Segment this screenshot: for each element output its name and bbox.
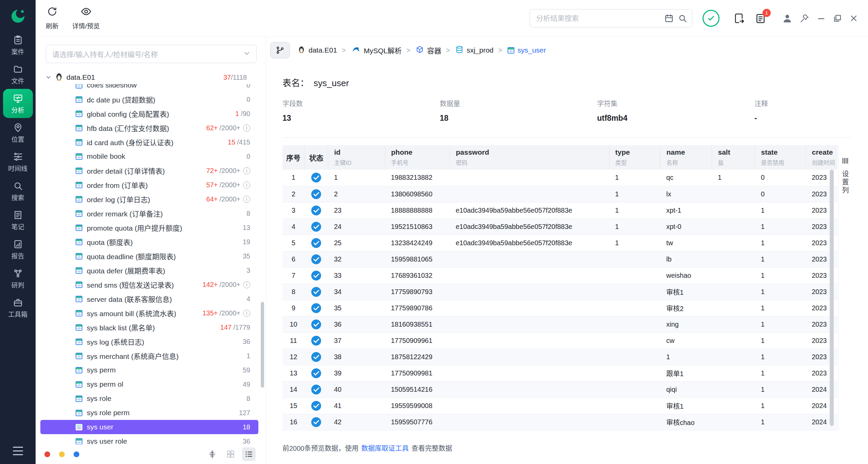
- minimize-button[interactable]: [816, 14, 826, 23]
- sidebar-item-notes[interactable]: 笔记: [3, 206, 33, 235]
- refresh-button[interactable]: 刷新: [46, 6, 59, 30]
- info-icon[interactable]: i: [243, 124, 250, 132]
- menu-icon[interactable]: [13, 447, 23, 455]
- close-button[interactable]: [849, 14, 859, 23]
- tree-item[interactable]: sys black list (黑名单)147/1779: [40, 320, 258, 334]
- red-flag-dot[interactable]: [44, 451, 50, 457]
- tree-item[interactable]: sys log (系统日志)36: [40, 334, 258, 349]
- tree-item[interactable]: sys role8: [40, 391, 258, 406]
- tree-item[interactable]: order detail (订单详情表)72+/2000+i: [40, 163, 258, 178]
- tree-item[interactable]: mobile book0: [40, 149, 258, 163]
- table-row[interactable]: 154119559599008审核112024: [282, 398, 837, 414]
- tree-item[interactable]: coles slideshow0: [40, 84, 258, 92]
- task-list-icon[interactable]: 1: [755, 13, 766, 24]
- breadcrumb-item-table[interactable]: sys_user: [508, 46, 546, 54]
- column-settings-button[interactable]: 设置列: [838, 145, 852, 430]
- sidebar-item-timeline[interactable]: 时间线: [3, 147, 33, 176]
- tree-item[interactable]: id card auth (身份证认证表)15/415: [40, 135, 258, 149]
- table-row[interactable]: 133917750909981跟单112023: [282, 365, 837, 381]
- tree-item[interactable]: sys user role36: [40, 434, 258, 446]
- tree-item[interactable]: order log (订单日志)64+/2000+i: [40, 192, 258, 206]
- maximize-button[interactable]: [833, 14, 842, 23]
- grid-scrollbar[interactable]: [830, 170, 834, 426]
- cell-status: [304, 349, 328, 365]
- breadcrumb-item-evidence[interactable]: data.E01: [297, 45, 337, 55]
- tree-item[interactable]: sys perm ol49: [40, 377, 258, 391]
- tree-root-evidence[interactable]: data.E01 37/1118: [36, 71, 266, 84]
- sidebar-item-analysis[interactable]: 分析: [3, 89, 33, 118]
- forensic-tool-link[interactable]: 数据库取证工具: [361, 445, 409, 452]
- status-check-button[interactable]: [703, 10, 719, 27]
- export-icon[interactable]: [733, 13, 745, 24]
- table-row[interactable]: 113717750909961cw12023: [282, 332, 837, 349]
- tree-item-label: dc date pu (贷超数据): [87, 94, 246, 104]
- tree-item[interactable]: dc date pu (贷超数据)0: [40, 92, 258, 107]
- tree-item[interactable]: order remark (订单备注)8: [40, 206, 258, 220]
- caret-down-icon[interactable]: [45, 74, 52, 81]
- info-icon[interactable]: i: [243, 310, 250, 317]
- tree-item[interactable]: global config (全局配置表)1/90: [40, 107, 258, 121]
- user-icon[interactable]: [782, 13, 793, 24]
- list-view-icon[interactable]: [242, 447, 256, 461]
- sidebar-item-research[interactable]: 研判: [3, 264, 33, 293]
- breadcrumb-item-database[interactable]: sxj_prod: [455, 45, 493, 55]
- table-row[interactable]: 164215959507776审核chao12024: [282, 414, 837, 430]
- tree-item[interactable]: sys user18: [40, 420, 258, 434]
- breadcrumb-item-mysql[interactable]: MySQL解析: [351, 45, 402, 56]
- yellow-flag-dot[interactable]: [59, 451, 65, 457]
- info-icon[interactable]: i: [243, 181, 250, 189]
- table-row[interactable]: 42419521510863e10adc3949ba59abbe56e057f2…: [282, 218, 837, 235]
- tree-item-count: 142+/2000+i: [202, 281, 250, 289]
- table-icon: [76, 339, 82, 345]
- tree-item[interactable]: quota (额度表)19: [40, 235, 258, 249]
- sidebar-item-files[interactable]: 文件: [3, 60, 33, 89]
- table-row[interactable]: 32318888888888e10adc3949ba59abbe56e057f2…: [282, 202, 837, 218]
- tree-item[interactable]: sys role perm127: [40, 406, 258, 420]
- tree-item[interactable]: sys amount bill (系统流水表)135+/2000+i: [40, 306, 258, 320]
- collapse-icon[interactable]: [205, 447, 219, 461]
- tree-item[interactable]: hfb data (汇付宝支付数据)62+/2000+i: [40, 121, 258, 135]
- tree-item[interactable]: sys perm59: [40, 363, 258, 377]
- table-icon: [76, 96, 82, 103]
- tree-item[interactable]: sys merchant (系统商户信息)1: [40, 349, 258, 363]
- table-row[interactable]: 52513238424249e10adc3949ba59abbe56e057f2…: [282, 235, 837, 251]
- sidebar-item-reports[interactable]: 报告: [3, 235, 33, 264]
- info-icon[interactable]: i: [243, 196, 250, 203]
- search-input[interactable]: [536, 14, 660, 22]
- table-row[interactable]: 11198832138821qc102023: [282, 170, 837, 186]
- breadcrumb-item-container[interactable]: 容器: [416, 45, 441, 55]
- tree-item[interactable]: quota deadline (额度期限表)35: [40, 249, 258, 263]
- table-row[interactable]: 73317689361032weishao12023: [282, 267, 837, 284]
- sidebar-item-cases[interactable]: 案件: [3, 31, 33, 60]
- search-icon: [13, 181, 23, 192]
- cell-state: 1: [755, 218, 806, 235]
- info-icon[interactable]: i: [243, 167, 250, 174]
- grid-view-icon[interactable]: [224, 447, 237, 461]
- table-row[interactable]: 83417759890793审核112023: [282, 284, 837, 300]
- tree-item[interactable]: promote quota (用户提升额度)13: [40, 220, 258, 235]
- sidebar-item-location[interactable]: 位置: [3, 118, 33, 147]
- tree-item[interactable]: server data (联系客服信息)4: [40, 292, 258, 306]
- preview-button[interactable]: 详情/预览: [72, 6, 100, 30]
- tree-item[interactable]: send sms (短信发送记录表)142+/2000+i: [40, 277, 258, 292]
- tree-item[interactable]: order from (订单表)57+/2000+i: [40, 178, 258, 192]
- table-row[interactable]: 144015059514216qiqi12024: [282, 381, 837, 398]
- blue-flag-dot[interactable]: [74, 451, 79, 457]
- table-row[interactable]: 22138060985601lx02023: [282, 186, 837, 202]
- table-row[interactable]: 103618160938551xing12023: [282, 316, 837, 332]
- cell-type: [609, 414, 660, 430]
- tree-item-count: 3: [246, 267, 250, 274]
- sidebar-item-toolbox[interactable]: 工具箱: [3, 293, 33, 322]
- table-row[interactable]: 93517759890786审核212023: [282, 300, 837, 316]
- tree-item[interactable]: quota defer (展期费率表)3: [40, 263, 258, 277]
- pin-icon[interactable]: [800, 13, 810, 23]
- info-icon[interactable]: i: [243, 281, 250, 288]
- table-row[interactable]: 63215959881065lb12023: [282, 251, 837, 267]
- table-row[interactable]: 123818758122429112023: [282, 349, 837, 365]
- sidebar-item-search[interactable]: 搜索: [3, 176, 33, 206]
- calendar-icon[interactable]: [664, 14, 674, 23]
- owner-filter-select[interactable]: 请选择/输入持有人/检材编号/名称: [46, 45, 257, 63]
- search-submit-icon[interactable]: [678, 14, 687, 23]
- branch-view-button[interactable]: [270, 42, 290, 58]
- tree-scrollbar[interactable]: [261, 302, 264, 388]
